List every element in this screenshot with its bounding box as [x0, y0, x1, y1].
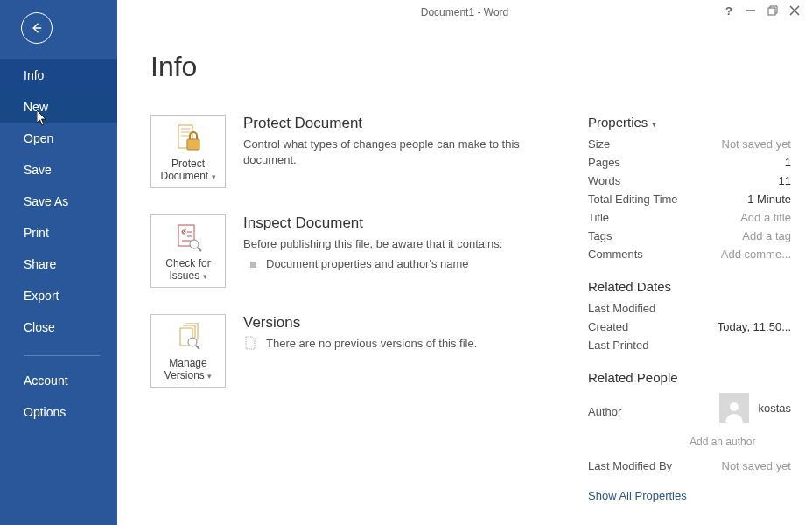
- last-modified-label: Last Modified: [588, 302, 655, 315]
- svg-point-12: [730, 402, 738, 411]
- properties-dropdown[interactable]: Properties ▾: [588, 115, 791, 130]
- minimize-icon: [746, 5, 756, 16]
- properties-pane: Properties ▾ SizeNot saved yet Pages1 Wo…: [588, 115, 791, 502]
- nav-open[interactable]: Open: [0, 122, 117, 154]
- last-modified-by-value: Not saved yet: [722, 459, 792, 472]
- last-modified-by-label: Last Modified By: [588, 459, 672, 472]
- protect-document-tile[interactable]: Protect Document ▾: [150, 115, 226, 188]
- restore-button[interactable]: [762, 2, 783, 19]
- inspect-section: Check for Issues ▾ Inspect Document Befo…: [150, 214, 560, 288]
- nav-new-label: New: [24, 100, 48, 114]
- nav-print[interactable]: Print: [0, 217, 117, 248]
- minimize-button[interactable]: [740, 2, 761, 19]
- nav-close[interactable]: Close: [0, 312, 117, 343]
- nav-new[interactable]: New: [0, 91, 117, 122]
- pages-label: Pages: [588, 156, 620, 169]
- svg-line-11: [196, 346, 200, 349]
- nav-info[interactable]: Info: [0, 60, 117, 91]
- manage-versions-tile[interactable]: Manage Versions ▾: [150, 314, 226, 388]
- close-button[interactable]: [784, 2, 805, 19]
- svg-line-9: [198, 248, 201, 251]
- versions-section: Manage Versions ▾ Versions There are no …: [150, 314, 560, 388]
- related-dates-header: Related Dates: [588, 279, 791, 294]
- show-all-properties-link[interactable]: Show All Properties: [588, 489, 791, 502]
- restore-icon: [767, 5, 778, 16]
- words-label: Words: [588, 174, 620, 187]
- lock-shield-icon: [173, 122, 203, 154]
- nav-save[interactable]: Save: [0, 154, 117, 186]
- versions-heading: Versions: [243, 314, 477, 332]
- titlebar: Document1 - Word ?: [117, 0, 812, 24]
- protect-section: Protect Document ▾ Protect Document Cont…: [150, 115, 560, 188]
- tags-value[interactable]: Add a tag: [742, 229, 791, 242]
- words-value: 11: [779, 174, 791, 187]
- pages-value: 1: [785, 156, 791, 169]
- versions-tile-label: Manage Versions ▾: [155, 357, 221, 382]
- chevron-down-icon: ▾: [207, 372, 212, 381]
- nav-account[interactable]: Account: [0, 365, 117, 396]
- avatar-icon: [719, 393, 749, 423]
- protect-heading: Protect Document: [243, 115, 523, 132]
- inspect-description: Before publishing this file, be aware th…: [243, 236, 502, 252]
- window-title: Document1 - Word: [421, 6, 508, 18]
- versions-description: There are no previous versions of this f…: [266, 337, 477, 350]
- title-label: Title: [588, 211, 609, 224]
- svg-point-8: [190, 240, 199, 248]
- title-value[interactable]: Add a title: [740, 211, 791, 224]
- edit-time-label: Total Editing Time: [588, 192, 678, 206]
- comments-label: Comments: [588, 248, 643, 261]
- author-label: Author: [588, 405, 621, 418]
- check-for-issues-tile[interactable]: Check for Issues ▾: [150, 214, 226, 288]
- author-entry[interactable]: kostas: [719, 393, 791, 423]
- protect-description: Control what types of changes people can…: [243, 136, 523, 167]
- created-label: Created: [588, 320, 628, 333]
- author-name: kostas: [758, 402, 791, 415]
- last-printed-label: Last Printed: [588, 339, 648, 352]
- document-icon: [243, 336, 257, 350]
- created-value: Today, 11:50...: [718, 320, 791, 333]
- help-button[interactable]: ?: [718, 2, 739, 19]
- document-stack-magnifier-icon: [173, 322, 203, 354]
- back-arrow-icon: [29, 20, 45, 36]
- nav-options[interactable]: Options: [0, 396, 117, 428]
- page-heading: Info: [150, 51, 791, 83]
- tags-label: Tags: [588, 229, 612, 242]
- size-label: Size: [588, 137, 610, 150]
- size-value: Not saved yet: [722, 137, 792, 150]
- chevron-down-icon: ▾: [652, 119, 656, 129]
- protect-tile-label: Protect Document ▾: [155, 158, 221, 183]
- nav-list: Info New Open Save Save As Print Share E…: [0, 60, 117, 428]
- edit-time-value: 1 Minute: [747, 192, 791, 206]
- content-area: Document1 - Word ? Info Protect Document…: [117, 0, 812, 525]
- svg-point-10: [188, 338, 197, 346]
- help-icon: ?: [725, 4, 732, 18]
- add-author-field[interactable]: Add an author: [690, 436, 791, 448]
- back-button[interactable]: [21, 12, 52, 44]
- inspect-issue-item: Document properties and author's name: [243, 257, 502, 270]
- checklist-magnifier-icon: [173, 222, 203, 254]
- comments-value[interactable]: Add comme...: [721, 248, 791, 261]
- chevron-down-icon: ▾: [212, 172, 216, 181]
- nav-export[interactable]: Export: [0, 280, 117, 312]
- info-sections: Protect Document ▾ Protect Document Cont…: [150, 115, 560, 502]
- nav-save-as[interactable]: Save As: [0, 186, 117, 217]
- chevron-down-icon: ▾: [203, 272, 207, 281]
- svg-rect-1: [768, 8, 775, 15]
- backstage-sidebar: Info New Open Save Save As Print Share E…: [0, 0, 117, 525]
- nav-share[interactable]: Share: [0, 248, 117, 280]
- inspect-heading: Inspect Document: [243, 214, 502, 232]
- nav-divider: [24, 355, 100, 356]
- related-people-header: Related People: [588, 370, 791, 385]
- inspect-tile-label: Check for Issues ▾: [155, 257, 221, 283]
- close-icon: [789, 5, 800, 16]
- svg-rect-2: [187, 139, 200, 150]
